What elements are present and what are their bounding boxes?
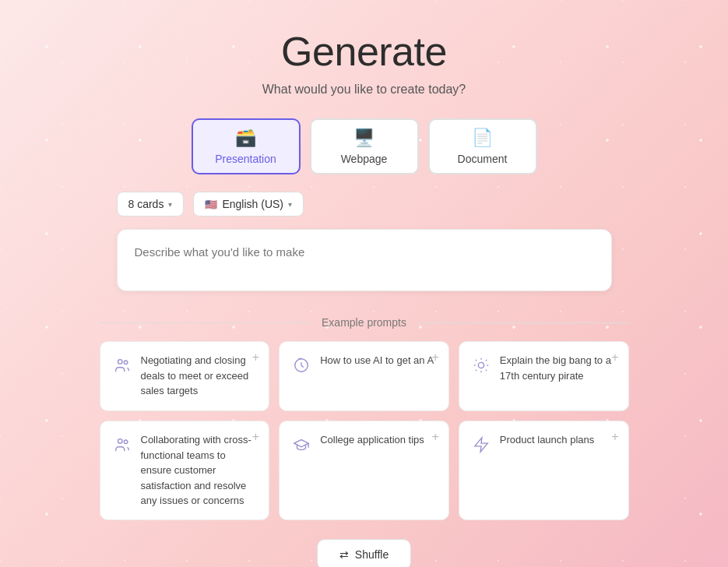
prompt-icon-3 (470, 354, 492, 376)
cards-dropdown[interactable]: 8 cards ▾ (117, 192, 185, 217)
prompt-icon-2 (290, 354, 312, 376)
cards-dropdown-chevron: ▾ (168, 200, 172, 209)
example-header-text: Example prompts (322, 316, 406, 329)
prompt-plus-4: + (252, 431, 259, 443)
type-selector: 🗃️ Presentation 🖥️ Webpage 📄 Document (192, 118, 537, 174)
prompt-input[interactable] (135, 245, 594, 272)
prompt-card-4[interactable]: Collaborating with cross-functional team… (100, 421, 270, 520)
header-line-left (100, 322, 311, 323)
page-title: Generate (281, 28, 447, 75)
language-flag: 🇺🇸 (205, 199, 217, 210)
svg-point-5 (124, 440, 128, 444)
document-label: Document (458, 153, 508, 165)
shuffle-icon: ⇄ (339, 548, 349, 561)
prompt-text-3: Explain the big bang to a 17th century p… (500, 353, 617, 383)
prompt-text-2: How to use AI to get an A (320, 353, 438, 368)
language-dropdown[interactable]: 🇺🇸 English (US) ▾ (193, 192, 304, 217)
prompt-plus-2: + (431, 351, 438, 364)
language-dropdown-value: English (US) (222, 198, 283, 210)
prompts-grid: Negotiating and closing deals to meet or… (100, 341, 629, 520)
svg-point-4 (118, 439, 122, 444)
type-card-document[interactable]: 📄 Document (428, 118, 537, 174)
prompt-icon-5 (290, 434, 312, 456)
example-header: Example prompts (100, 316, 629, 329)
header-line-right (417, 322, 629, 323)
presentation-icon: 🗃️ (235, 128, 256, 148)
prompt-text-4: Collaborating with cross-functional team… (141, 432, 258, 509)
svg-point-1 (124, 361, 128, 364)
prompt-plus-6: + (611, 431, 618, 443)
shuffle-button[interactable]: ⇄ Shuffle (317, 539, 411, 568)
prompt-card-5[interactable]: College application tips + (279, 421, 449, 520)
prompt-icon-1 (111, 354, 133, 376)
document-icon: 📄 (472, 128, 493, 148)
controls-row: 8 cards ▾ 🇺🇸 English (US) ▾ (117, 192, 612, 217)
prompt-card-6[interactable]: Product launch plans + (459, 421, 629, 520)
svg-point-0 (118, 360, 122, 364)
page-subtitle: What would you like to create today? (262, 83, 466, 97)
prompt-input-wrapper[interactable] (117, 229, 612, 291)
prompt-card-3[interactable]: Explain the big bang to a 17th century p… (459, 341, 629, 411)
svg-point-3 (478, 362, 484, 368)
main-container: Generate What would you like to create t… (0, 0, 728, 567)
prompt-text-5: College application tips (320, 432, 438, 448)
type-card-webpage[interactable]: 🖥️ Webpage (310, 118, 419, 174)
prompt-plus-3: + (611, 351, 618, 364)
prompt-icon-4 (111, 434, 133, 456)
prompt-card-2[interactable]: How to use AI to get an A + (279, 341, 449, 411)
prompt-card-1[interactable]: Negotiating and closing deals to meet or… (100, 341, 270, 411)
prompt-text-6: Product launch plans (500, 432, 617, 448)
prompt-text-1: Negotiating and closing deals to meet or… (141, 353, 258, 399)
shuffle-label: Shuffle (355, 548, 389, 561)
webpage-label: Webpage (341, 153, 388, 165)
example-section: Example prompts Negotiating and closing … (100, 316, 629, 567)
webpage-icon: 🖥️ (353, 128, 375, 148)
type-card-presentation[interactable]: 🗃️ Presentation (192, 118, 301, 174)
prompt-plus-1: + (252, 351, 259, 364)
presentation-label: Presentation (215, 153, 276, 165)
prompt-plus-5: + (431, 431, 438, 443)
prompt-icon-6 (470, 434, 492, 456)
language-dropdown-chevron: ▾ (288, 200, 292, 209)
cards-dropdown-value: 8 cards (128, 198, 164, 210)
